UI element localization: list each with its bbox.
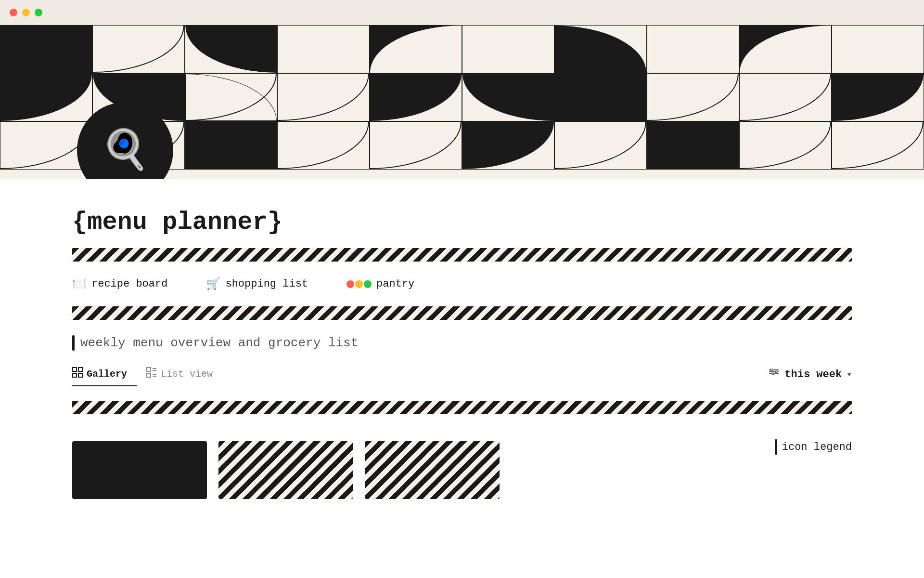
gallery-tab-label: Gallery <box>87 368 127 380</box>
pantry-icon <box>346 280 372 288</box>
svg-rect-4 <box>147 368 151 371</box>
pattern-cell <box>739 73 832 121</box>
gallery-divider <box>72 401 852 414</box>
list-icon <box>146 367 157 381</box>
gallery-partial <box>72 441 500 499</box>
list-view-tab[interactable]: List view <box>146 362 222 386</box>
pantry-link[interactable]: pantry <box>346 278 414 290</box>
section-heading-text: weekly menu overview and grocery list <box>80 336 358 350</box>
pattern-cell <box>462 121 554 170</box>
recipe-board-label: recipe board <box>91 278 167 290</box>
filter-label: this week <box>784 368 842 381</box>
pattern-cell <box>647 73 739 121</box>
list-view-tab-label: List view <box>161 368 213 380</box>
chevron-down-icon: ▾ <box>847 369 852 380</box>
pattern-cell <box>92 25 185 73</box>
page-title: {menu planner} <box>72 208 852 236</box>
svg-rect-3 <box>78 373 82 377</box>
view-controls: Gallery List view <box>72 362 852 386</box>
recipe-board-icon: 🍽️ <box>72 277 87 291</box>
gallery-card-3[interactable] <box>365 441 500 499</box>
hero-banner: 🍳 <box>0 25 924 179</box>
shopping-list-link[interactable]: 🛒 shopping list <box>206 277 308 291</box>
pattern-cell <box>832 25 924 73</box>
icon-legend: icon legend <box>775 439 852 455</box>
pattern-cell <box>462 25 554 73</box>
pattern-cell <box>739 25 832 73</box>
pattern-cell <box>462 73 554 121</box>
svg-point-14 <box>775 371 777 373</box>
pattern-cell <box>832 73 924 121</box>
pattern-cell <box>370 25 462 73</box>
pattern-cell <box>554 121 647 170</box>
pattern-cell <box>647 25 739 73</box>
decorative-divider-top <box>72 248 852 262</box>
gallery-tab[interactable]: Gallery <box>72 362 137 386</box>
pattern-cell <box>277 73 370 121</box>
pattern-cell <box>185 121 277 170</box>
bottom-section: icon legend <box>72 401 852 499</box>
close-button[interactable] <box>10 9 17 16</box>
svg-point-13 <box>770 369 772 371</box>
content-area: {menu planner} 🍽️ recipe board 🛒 shoppin… <box>0 179 924 518</box>
pattern-cell <box>0 73 92 121</box>
gallery-card-2[interactable] <box>218 441 353 499</box>
pattern-cell <box>185 25 277 73</box>
traffic-lights <box>10 9 42 16</box>
pattern-cell <box>832 121 924 170</box>
decorative-divider-bottom <box>72 306 852 320</box>
pattern-cell <box>0 25 92 73</box>
pattern-cell <box>277 25 370 73</box>
pattern-cell <box>554 73 647 121</box>
window-chrome <box>0 0 924 25</box>
minimize-button[interactable] <box>22 9 30 16</box>
view-tabs: Gallery List view <box>72 362 232 386</box>
gallery-icon <box>72 367 83 381</box>
pattern-cell <box>185 73 277 121</box>
shopping-cart-icon: 🛒 <box>206 277 220 291</box>
pattern-cell <box>370 121 462 170</box>
pattern-cell <box>647 121 739 170</box>
pattern-cell <box>554 25 647 73</box>
maximize-button[interactable] <box>35 9 42 16</box>
filter-control[interactable]: this week ▾ <box>768 367 852 382</box>
icon-legend-bar <box>775 439 777 455</box>
shopping-list-label: shopping list <box>225 278 308 290</box>
filter-icon <box>768 367 780 382</box>
page-content: 🍳 {menu planner} 🍽️ recipe board 🛒 shopp… <box>0 0 924 518</box>
svg-rect-2 <box>73 373 77 377</box>
svg-point-15 <box>772 373 774 375</box>
pattern-cell <box>370 73 462 121</box>
pattern-cell <box>739 121 832 170</box>
nav-links: 🍽️ recipe board 🛒 shopping list pantry <box>72 277 852 291</box>
pattern-cell <box>277 121 370 170</box>
pantry-label: pantry <box>376 278 414 290</box>
gallery-card-1[interactable] <box>72 441 207 499</box>
svg-rect-1 <box>78 368 82 371</box>
svg-rect-7 <box>147 373 151 377</box>
recipe-board-link[interactable]: 🍽️ recipe board <box>72 277 167 291</box>
icon-legend-label: icon legend <box>782 441 852 453</box>
section-heading: weekly menu overview and grocery list <box>72 335 852 351</box>
svg-rect-0 <box>73 368 77 371</box>
